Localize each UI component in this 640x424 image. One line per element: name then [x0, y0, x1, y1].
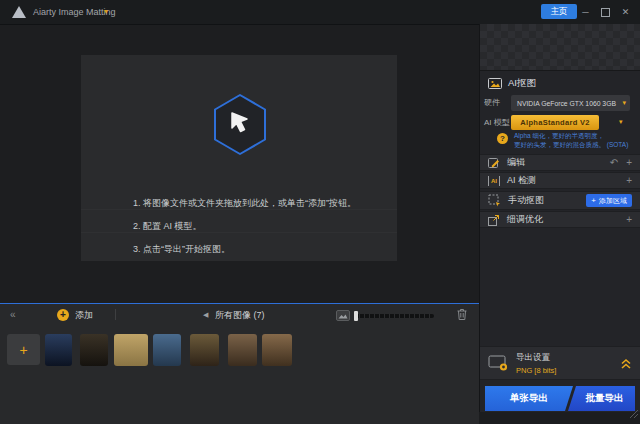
all-images-label[interactable]: 所有图像 (7)	[215, 305, 265, 325]
bottom-strip	[479, 412, 640, 424]
export-batch-button[interactable]: 批量导出	[568, 386, 635, 411]
add-images-icon[interactable]: +	[57, 309, 69, 321]
title-bar: Aiarty Image Matting ▾ 主页 ─ ✕	[0, 0, 640, 25]
hardware-value: NVIDIA GeForce GTX 1060 3GB	[517, 100, 624, 107]
ai-model-select[interactable]: AlphaStandard V2	[511, 115, 599, 130]
hardware-label: 硬件	[484, 95, 500, 111]
thumbnail-flower-lady[interactable]	[190, 334, 219, 366]
thumbnail-size-icon	[336, 310, 350, 321]
instruction-line-1: 1. 将图像文件或文件夹拖放到此处，或单击“添加”按钮。	[133, 197, 356, 210]
thumbnail-bicycle[interactable]	[114, 334, 148, 366]
expand-plus-icon[interactable]: +	[626, 176, 632, 186]
ai-detect-icon: AI	[488, 176, 500, 186]
title-menu-chevron-icon[interactable]: ▾	[104, 0, 108, 24]
toolbar-separator	[115, 309, 116, 320]
maximize-button[interactable]	[599, 0, 612, 24]
divider	[81, 232, 397, 233]
model-hint-text: Alpha 细化，更好的半透明度， 更好的头发，更好的混合质感。 (SOTA)	[514, 131, 636, 149]
instruction-line-3: 3. 点击“导出”开始抠图。	[133, 243, 230, 256]
help-question-icon[interactable]: ?	[497, 133, 508, 144]
expand-plus-icon[interactable]: +	[626, 158, 632, 168]
thumbnail-portrait-1[interactable]	[228, 334, 257, 366]
undo-icon[interactable]: ↶	[610, 158, 618, 168]
add-image-tile[interactable]: +	[7, 334, 40, 365]
finetune-icon	[488, 214, 500, 226]
ai-matting-title: AI抠图	[508, 77, 536, 90]
close-button[interactable]: ✕	[619, 0, 632, 24]
hardware-select[interactable]: NVIDIA GeForce GTX 1060 3GB ▾	[511, 95, 630, 111]
drop-hexagon-cursor-icon	[211, 92, 269, 158]
section-finetune[interactable]: 细调优化 +	[480, 211, 640, 228]
manual-selection-icon	[488, 194, 501, 207]
expand-plus-icon[interactable]: +	[626, 215, 632, 225]
ai-matting-header: AI抠图	[488, 74, 536, 92]
edit-label: 编辑	[507, 156, 525, 169]
pencil-edit-icon	[488, 157, 500, 169]
thumbnail-zoom-slider[interactable]	[354, 314, 434, 318]
add-region-button[interactable]: + 添加区域	[586, 194, 632, 207]
double-chevron-up-icon[interactable]	[620, 357, 632, 370]
export-settings-icon	[488, 355, 509, 372]
ai-model-label: AI 模型	[484, 115, 510, 130]
collapse-panel-icon[interactable]: «	[10, 306, 16, 324]
manual-matting-label: 手动抠图	[508, 194, 544, 207]
crosshair-plus-icon: +	[591, 194, 596, 207]
thumbnail-dragon[interactable]	[80, 334, 108, 366]
thumbnail-jellyfish[interactable]	[45, 334, 72, 366]
add-images-button[interactable]: 添加	[75, 305, 93, 325]
delete-trash-icon[interactable]	[456, 308, 468, 321]
instruction-line-2: 2. 配置 AI 模型。	[133, 220, 202, 233]
window-controls: ─ ✕	[579, 0, 632, 24]
hint-line-1: Alpha 细化，更好的半透明度，	[514, 132, 604, 139]
finetune-label: 细调优化	[507, 213, 543, 226]
home-button[interactable]: 主页	[541, 4, 577, 19]
export-format-value: PNG [8 bits]	[516, 366, 556, 375]
thumbnail-zoom-slider-handle[interactable]	[354, 311, 358, 321]
export-settings-title: 导出设置	[516, 352, 556, 364]
back-arrow-icon[interactable]: ◀	[203, 305, 208, 325]
ai-detect-label: AI 检测	[507, 174, 536, 187]
model-chevron-down-icon[interactable]: ▾	[619, 115, 623, 130]
app-logo-icon	[12, 6, 26, 18]
export-single-label: 单张导出	[510, 392, 548, 405]
app-window: Aiarty Image Matting ▾ 主页 ─ ✕ 1. 将图像文件或文…	[0, 0, 640, 424]
resize-grip-icon[interactable]	[629, 409, 639, 419]
export-settings-row[interactable]: 导出设置 PNG [8 bits]	[480, 346, 640, 380]
chevron-down-icon: ▾	[622, 95, 626, 111]
section-manual-matting[interactable]: 手动抠图 + 添加区域	[480, 191, 640, 210]
minimize-button[interactable]: ─	[579, 0, 592, 24]
export-batch-label: 批量导出	[586, 392, 624, 405]
add-region-label: 添加区域	[599, 196, 627, 206]
section-edit[interactable]: 编辑 ↶ +	[480, 154, 640, 171]
thumbnail-red-dress[interactable]	[153, 334, 181, 366]
image-drop-zone[interactable]	[81, 55, 397, 261]
transparency-preview	[480, 24, 640, 71]
ai-model-value: AlphaStandard V2	[520, 118, 589, 127]
hint-line-2: 更好的头发，更好的混合质感。	[514, 141, 605, 148]
picture-icon	[488, 78, 502, 89]
hint-sota: (SOTA)	[607, 141, 629, 148]
section-ai-detect[interactable]: AI AI 检测 +	[480, 172, 640, 189]
plus-icon: +	[19, 342, 27, 358]
export-single-button[interactable]: 单张导出	[485, 386, 573, 411]
thumbnail-portrait-2[interactable]	[262, 334, 292, 366]
